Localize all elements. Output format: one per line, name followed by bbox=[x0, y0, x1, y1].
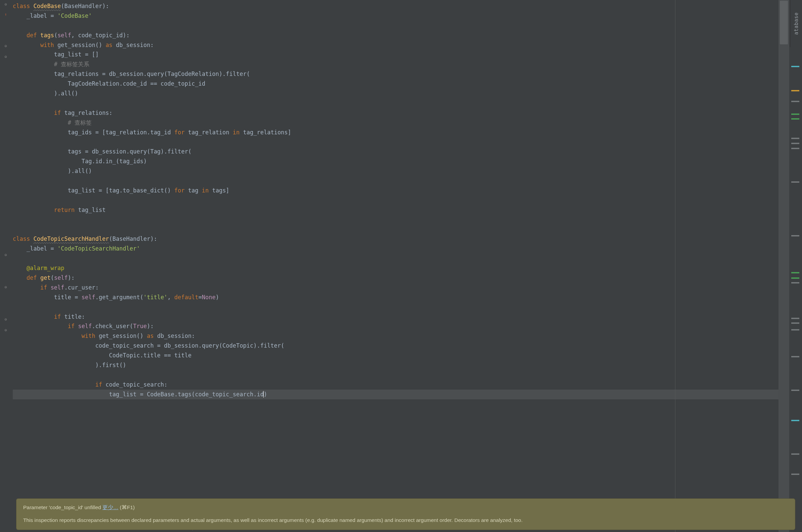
inspection-tooltip: Parameter 'code_topic_id' unfilled 更少… (… bbox=[16, 498, 795, 530]
gutter: ⊖↑⊖⊖⊖⊖⊖⊖ bbox=[0, 0, 13, 532]
error-stripe-mark[interactable] bbox=[791, 143, 799, 144]
error-stripe-mark[interactable] bbox=[791, 101, 799, 102]
gutter-fold-icon[interactable]: ↑ bbox=[3, 12, 8, 17]
error-stripe-mark[interactable] bbox=[791, 138, 799, 139]
error-stripe-mark[interactable] bbox=[791, 118, 799, 119]
error-stripe-mark[interactable] bbox=[791, 282, 799, 283]
scrollbar-track[interactable] bbox=[779, 0, 789, 532]
gutter-fold-icon[interactable]: ⊖ bbox=[3, 328, 8, 332]
error-stripe-mark[interactable] bbox=[791, 148, 799, 149]
error-stripe-mark[interactable] bbox=[791, 278, 799, 279]
right-margin-guide bbox=[675, 0, 675, 532]
error-stripe-mark[interactable] bbox=[791, 329, 799, 330]
gutter-fold-icon[interactable]: ⊖ bbox=[3, 285, 8, 289]
source-code[interactable]: class CodeBase(BaseHandler): _label = 'C… bbox=[13, 1, 779, 399]
inspection-less-link[interactable]: 更少… bbox=[102, 505, 118, 510]
error-stripe-mark[interactable] bbox=[791, 322, 799, 324]
scrollbar-thumb[interactable] bbox=[780, 1, 788, 44]
error-stripe-mark[interactable] bbox=[791, 235, 799, 236]
gutter-fold-icon[interactable]: ⊖ bbox=[3, 54, 8, 59]
error-stripe-mark[interactable] bbox=[791, 182, 799, 183]
database-tool-tab[interactable]: atabase bbox=[790, 0, 802, 47]
error-stripe-mark[interactable] bbox=[791, 272, 799, 273]
gutter-fold-icon[interactable]: ⊖ bbox=[3, 317, 8, 322]
error-stripe-mark[interactable] bbox=[791, 453, 799, 455]
inspection-description: This inspection reports discrepancies be… bbox=[23, 516, 788, 524]
error-stripe[interactable] bbox=[789, 0, 802, 532]
error-stripe-mark[interactable] bbox=[791, 66, 799, 67]
database-tool-label: atabase bbox=[793, 13, 799, 35]
error-stripe-mark[interactable] bbox=[791, 356, 799, 357]
right-scroll-area bbox=[779, 0, 802, 532]
inspection-shortcut: (⌘F1) bbox=[120, 505, 135, 510]
error-stripe-mark[interactable] bbox=[791, 90, 799, 91]
gutter-fold-icon[interactable]: ⊖ bbox=[3, 252, 8, 257]
error-stripe-mark[interactable] bbox=[791, 318, 799, 319]
inspection-title: Parameter 'code_topic_id' unfilled bbox=[23, 505, 101, 510]
error-stripe-mark[interactable] bbox=[791, 474, 799, 475]
error-stripe-mark[interactable] bbox=[791, 114, 799, 115]
error-stripe-mark[interactable] bbox=[791, 390, 799, 391]
editor-wrap: ⊖↑⊖⊖⊖⊖⊖⊖ class CodeBase(BaseHandler): _l… bbox=[0, 0, 802, 532]
gutter-fold-icon[interactable]: ⊖ bbox=[3, 44, 8, 49]
code-content[interactable]: class CodeBase(BaseHandler): _label = 'C… bbox=[13, 0, 779, 532]
error-stripe-mark[interactable] bbox=[791, 420, 799, 421]
gutter-fold-icon[interactable]: ⊖ bbox=[3, 2, 8, 7]
